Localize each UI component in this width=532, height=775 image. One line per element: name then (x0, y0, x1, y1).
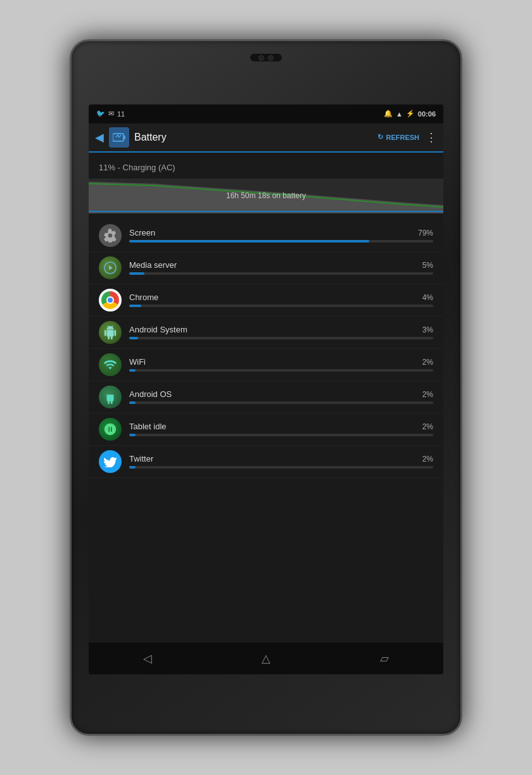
android-os-bar-bg (129, 401, 433, 404)
camera-lens (258, 55, 264, 61)
back-button[interactable]: ◀ (95, 130, 104, 144)
twitter-percent: 2% (422, 455, 433, 463)
chrome-name: Chrome (129, 293, 158, 302)
screen-name: Screen (129, 228, 155, 237)
chart-label: 16h 50m 18s on battery (226, 191, 306, 200)
media-top: Media server 5% (129, 260, 433, 270)
battery-content: 11% - Charging (AC) 16h 50m 18s on batte… (89, 153, 443, 643)
android-system-name: Android System (129, 325, 187, 334)
tablet-idle-bar-bg (129, 434, 433, 436)
nav-recents-button[interactable]: ▱ (367, 646, 402, 671)
twitter-bird-svg (103, 456, 117, 467)
wifi-bar-bg (129, 369, 433, 372)
wifi-name: WiFi (129, 357, 146, 367)
media-icon-svg (103, 261, 117, 275)
battery-item-tablet-idle[interactable]: Tablet idle 2% (89, 413, 443, 446)
svg-line-4 (119, 135, 121, 137)
tablet-idle-icon (99, 418, 122, 441)
battery-item-screen[interactable]: Screen 79% (89, 220, 443, 252)
nav-back-button[interactable]: ◁ (130, 646, 165, 671)
battery-item-twitter[interactable]: Twitter 2% (89, 446, 443, 478)
tablet-device: 🐦 ✉ 11 🔔 ▲ ⚡ 00:06 ◀ (70, 39, 462, 736)
android-system-bar (129, 337, 138, 339)
battery-item-android-os[interactable]: Android OS 2% (89, 381, 443, 413)
tablet-idle-top: Tablet idle 2% (129, 422, 433, 431)
sound-icon: 🔔 (384, 110, 393, 118)
tablet-idle-details: Tablet idle 2% (129, 422, 433, 436)
android-system-percent: 3% (422, 325, 433, 334)
media-name: Media server (129, 260, 177, 270)
wifi-status-icon: ▲ (396, 110, 403, 118)
android-system-bar-bg (129, 337, 433, 339)
nav-bar: ◁ △ ▱ (89, 643, 443, 674)
wifi-top: WiFi 2% (129, 357, 433, 367)
svg-rect-1 (124, 135, 125, 139)
email-status-icon: ✉ (108, 110, 114, 118)
android-os-name: Android OS (129, 389, 172, 399)
twitter-app-icon (99, 450, 122, 473)
battery-item-media[interactable]: Media server 5% (89, 252, 443, 284)
status-time: 00:06 (418, 110, 436, 118)
media-bar-bg (129, 272, 433, 275)
android-os-top: Android OS 2% (129, 389, 433, 399)
nav-home-button[interactable]: △ (249, 646, 283, 671)
battery-status-text: 11% - Charging (AC) (89, 159, 443, 179)
android-icon-svg (103, 325, 117, 339)
media-details: Media server 5% (129, 260, 433, 275)
battery-item-wifi[interactable]: WiFi 2% (89, 349, 443, 381)
battery-item-chrome[interactable]: Chrome 4% (89, 284, 443, 317)
chrome-details: Chrome 4% (129, 293, 433, 307)
wifi-percent: 2% (422, 358, 433, 367)
status-left: 🐦 ✉ 11 (96, 110, 125, 118)
chrome-ring (101, 291, 119, 309)
tablet-idle-name: Tablet idle (129, 422, 167, 431)
android-os-details: Android OS 2% (129, 389, 433, 404)
battery-icon (113, 132, 125, 142)
battery-chart: 16h 50m 18s on battery (89, 179, 443, 213)
screen-icon (99, 224, 122, 247)
screen-bar-bg (129, 240, 433, 243)
toolbar: ◀ Battery ↻ REFRESH ⋮ (89, 123, 443, 153)
tablet-idle-icon-svg (103, 422, 117, 436)
camera-area (250, 54, 282, 61)
twitter-top: Twitter 2% (129, 454, 433, 463)
chrome-icon (99, 289, 122, 312)
tablet-screen: 🐦 ✉ 11 🔔 ▲ ⚡ 00:06 ◀ (89, 104, 443, 674)
status-bar: 🐦 ✉ 11 🔔 ▲ ⚡ 00:06 (89, 104, 443, 123)
status-right: 🔔 ▲ ⚡ 00:06 (384, 110, 436, 118)
battery-item-android-system[interactable]: Android System 3% (89, 317, 443, 349)
wifi-icon-svg (103, 358, 117, 372)
gear-icon (103, 229, 117, 243)
refresh-label: REFRESH (386, 134, 419, 141)
refresh-button[interactable]: ↻ REFRESH (377, 133, 419, 141)
refresh-icon: ↻ (377, 133, 383, 141)
bluetooth-icon: ⚡ (406, 110, 415, 118)
screen-top: Screen 79% (129, 228, 433, 237)
chrome-bar (129, 305, 141, 307)
wifi-details: WiFi 2% (129, 357, 433, 372)
chrome-bar-bg (129, 305, 433, 307)
twitter-name: Twitter (129, 454, 153, 463)
chrome-percent: 4% (422, 293, 433, 302)
android-os-icon-svg (103, 390, 117, 404)
screen-percent: 79% (418, 229, 433, 237)
android-os-icon (99, 386, 122, 408)
chrome-inner (106, 296, 114, 304)
wifi-icon (99, 353, 122, 376)
toolbar-title: Battery (134, 132, 377, 143)
android-os-percent: 2% (422, 390, 433, 399)
media-percent: 5% (422, 261, 433, 270)
android-os-bar (129, 401, 136, 404)
tablet-idle-percent: 2% (422, 422, 433, 431)
screen-details: Screen 79% (129, 228, 433, 243)
twitter-bar (129, 466, 136, 469)
twitter-details: Twitter 2% (129, 454, 433, 469)
wifi-bar (129, 369, 136, 372)
twitter-status-icon: 🐦 (96, 110, 105, 118)
media-bar (129, 272, 144, 275)
camera-sensor (268, 55, 274, 61)
twitter-bar-bg (129, 466, 433, 469)
chrome-top: Chrome 4% (129, 293, 433, 302)
more-options-button[interactable]: ⋮ (426, 130, 437, 144)
notification-count: 11 (117, 110, 125, 118)
